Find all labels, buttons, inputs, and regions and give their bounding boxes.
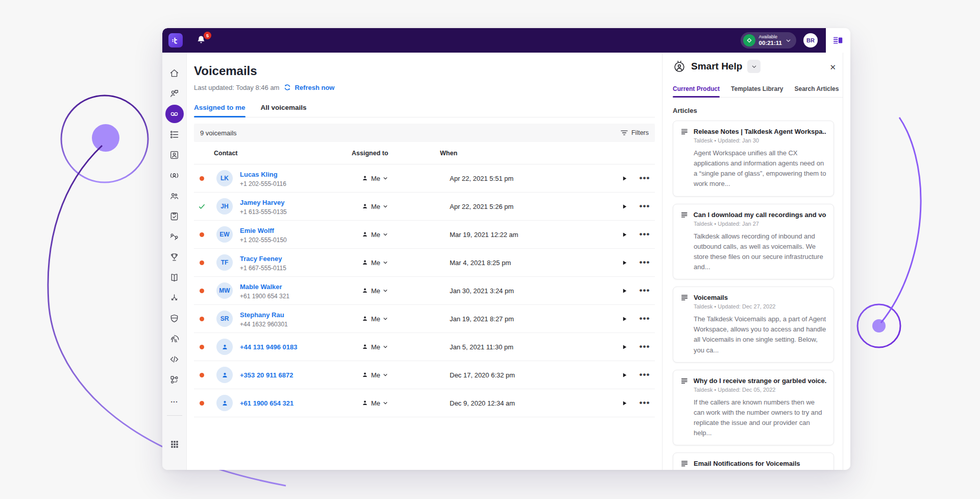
contact-name-link[interactable]: Stephany Rau [240,311,284,319]
assigned-to-value: Me [371,371,380,379]
person-icon [361,287,369,294]
contact-avatar: EW [216,226,233,243]
sidebar-item-home[interactable] [165,63,184,83]
filters-button[interactable]: Filters [621,129,649,136]
notifications-bell-button[interactable]: 5 [196,34,207,46]
sidebar-item-performance[interactable] [165,247,184,267]
sidebar-divider [167,415,182,416]
play-button[interactable] [614,344,634,350]
smart-help-dropdown-button[interactable] [747,60,761,73]
sidebar-item-builder[interactable] [165,349,184,369]
tab-all-voicemails[interactable]: All voicemails [261,104,307,117]
sidebar-item-engagement[interactable] [165,226,184,247]
play-icon [621,344,628,350]
article-card[interactable]: Can I download my call recordings and vo… [673,204,834,280]
chevron-down-icon [383,232,388,237]
assigned-to-dropdown[interactable]: Me [361,259,450,267]
play-button[interactable] [614,259,634,266]
person-icon [221,371,229,379]
row-menu-button[interactable]: ••• [634,400,655,406]
column-contact: Contact [214,150,352,157]
person-icon [361,203,369,210]
app-window: 5 Available 00:21:11 BR [162,28,850,470]
assigned-to-dropdown[interactable]: Me [361,287,450,295]
assigned-to-dropdown[interactable]: Me [361,399,450,407]
article-card[interactable]: Email Notifications for Voicemails Talde… [673,453,834,470]
contact-avatar: TF [216,254,233,271]
sidebar-item-apps[interactable] [165,434,184,455]
play-button[interactable] [614,372,634,378]
talkdesk-logo[interactable] [168,33,183,47]
article-meta: Taldesk • Updated: Jan 30 [694,137,826,144]
sidebar-item-more[interactable]: ... [165,390,184,410]
play-icon [621,203,628,210]
article-title: Email Notifications for Voicemails [694,460,800,467]
assigned-to-dropdown[interactable]: Me [361,175,450,182]
contact-name-link[interactable]: Lucas Kling [240,171,278,178]
assigned-to-dropdown[interactable]: Me [361,315,450,323]
assigned-to-value: Me [371,315,380,323]
tab-search-articles[interactable]: Search Articles [795,85,839,97]
play-button[interactable] [614,400,634,407]
assigned-to-dropdown[interactable]: Me [361,371,450,379]
refresh-now-button[interactable]: Refresh now [283,83,334,91]
person-icon [361,231,369,238]
play-button[interactable] [614,316,634,322]
sidebar-item-voicemails[interactable] [165,105,184,123]
close-panel-button[interactable]: ✕ [829,63,836,72]
article-card[interactable]: Release Notes | Talkdesk Agent Workspa..… [673,121,834,197]
articles-section-label: Articles [673,107,850,114]
play-button[interactable] [614,288,634,294]
sidebar-item-routing[interactable] [165,288,184,308]
assigned-to-value: Me [371,343,380,351]
assigned-to-dropdown[interactable]: Me [361,343,450,351]
row-menu-button[interactable]: ••• [634,204,655,209]
play-button[interactable] [614,203,634,210]
row-menu-button[interactable]: ••• [634,316,655,321]
user-avatar[interactable]: BR [803,33,818,47]
voicemails-icon [169,109,180,120]
sidebar-item-contacts[interactable] [165,145,184,165]
tab-current-product[interactable]: Current Product [673,85,720,97]
contact-name-link[interactable]: +353 20 911 6872 [240,371,293,379]
row-menu-button[interactable]: ••• [634,344,655,349]
sidebar-item-knowledge[interactable] [165,267,184,288]
sidebar-item-customers[interactable] [165,165,184,185]
contact-name-link[interactable]: +61 1900 654 321 [240,399,293,407]
table-row: +353 20 911 6872 Me Dec 17, 2020 6:32 pm… [194,361,655,389]
last-updated-text: Last updated: Today 8:46 am [194,84,279,91]
article-card[interactable]: Why do I receive strange or garbled voic… [673,370,834,446]
contact-name-link[interactable]: +44 131 9496 0183 [240,343,297,351]
article-card[interactable]: Voicemails Taldesk • Updated: Dec 27, 20… [673,287,834,363]
contact-name-link[interactable]: Jamey Harvey [240,199,284,206]
row-menu-button[interactable]: ••• [634,232,655,237]
table-header: Contact Assigned to When [194,142,655,164]
contact-name-link[interactable]: Tracy Feeney [240,255,282,263]
contact-name-link[interactable]: Emie Wolff [240,227,274,234]
sidebar-item-identity[interactable] [165,328,184,349]
row-menu-button[interactable]: ••• [634,288,655,293]
article-icon [680,377,689,385]
assigned-to-dropdown[interactable]: Me [361,231,450,239]
assigned-to-dropdown[interactable]: Me [361,203,450,210]
panel-toggle-icon[interactable] [832,35,844,46]
play-button[interactable] [614,175,634,182]
unread-dot-icon [200,232,204,237]
sidebar-item-tasks[interactable] [165,206,184,226]
customers-icon [169,170,180,181]
tab-templates-library[interactable]: Templates Library [731,85,783,97]
sidebar-item-activity[interactable] [165,124,184,145]
contact-name-link[interactable]: Mable Walker [240,283,282,291]
row-menu-button[interactable]: ••• [634,176,655,181]
play-button[interactable] [614,231,634,238]
sidebar-item-integrations[interactable] [165,369,184,390]
tab-assigned-to-me[interactable]: Assigned to me [194,104,246,117]
sidebar-item-team[interactable] [165,185,184,206]
sidebar-item-conversations[interactable] [165,83,184,104]
row-menu-button[interactable]: ••• [634,372,655,377]
assigned-to-value: Me [371,259,380,267]
builder-icon [169,354,180,365]
agent-status-dropdown[interactable]: Available 00:21:11 [741,32,796,49]
sidebar-item-security[interactable] [165,308,184,328]
row-menu-button[interactable]: ••• [634,260,655,265]
